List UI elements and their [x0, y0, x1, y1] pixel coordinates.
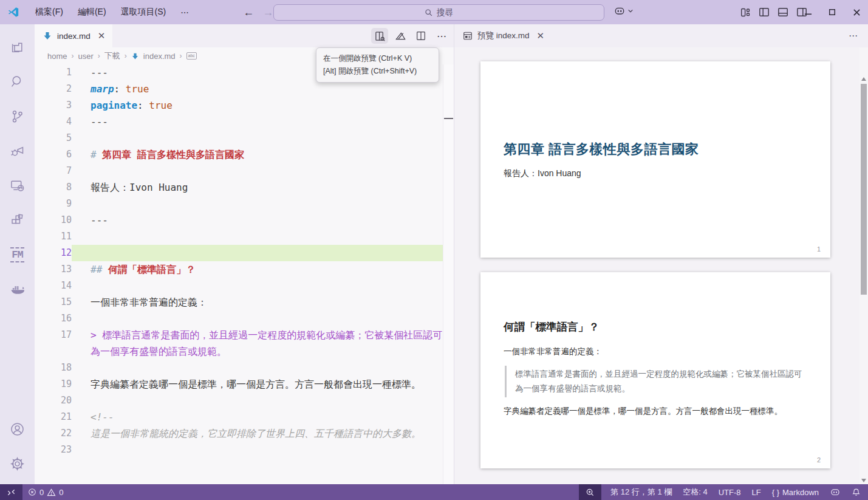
eol-indicator[interactable]: LF: [747, 484, 767, 500]
editor-scrollbar[interactable]: [443, 64, 454, 484]
code-line-14[interactable]: 14: [35, 278, 443, 294]
marp-button[interactable]: [392, 28, 409, 44]
breadcrumb-file[interactable]: index.md: [143, 52, 176, 61]
code-line-19[interactable]: 19字典編纂者定義哪一個是標準，哪一個是方言。方言一般都會出現一種標準。: [35, 376, 443, 392]
preview-tab-label[interactable]: 預覽 index.md: [477, 30, 530, 41]
menu-more[interactable]: ⋯: [173, 4, 197, 20]
code-line-3[interactable]: 3paginate: true: [35, 97, 443, 114]
code-line-8[interactable]: 8報告人：Ivon Huang: [35, 179, 443, 196]
line-content[interactable]: paginate: true: [72, 97, 443, 114]
explorer-icon[interactable]: [4, 33, 31, 61]
line-content[interactable]: [72, 196, 443, 212]
copilot-status[interactable]: [824, 484, 846, 500]
breadcrumb-downloads[interactable]: 下載: [104, 50, 120, 61]
menu-edit[interactable]: 編輯(E): [70, 4, 114, 21]
source-control-icon[interactable]: [4, 102, 31, 130]
navigate-forward-icon[interactable]: →: [262, 6, 273, 19]
line-content[interactable]: ---: [72, 212, 443, 228]
problems-indicator[interactable]: 0 0: [22, 484, 69, 500]
code-line-15[interactable]: 15一個非常非常普遍的定義：: [35, 294, 443, 310]
line-content[interactable]: [72, 310, 443, 327]
tab-index-md[interactable]: index.md ✕: [35, 24, 112, 47]
code-line-20[interactable]: 20: [35, 392, 443, 409]
code-line-16[interactable]: 16: [35, 310, 443, 327]
code-line-12[interactable]: 12: [35, 245, 443, 261]
line-content[interactable]: ---: [72, 114, 443, 130]
code-line-18[interactable]: 18: [35, 360, 443, 376]
copilot-menu[interactable]: [613, 5, 634, 17]
remote-indicator[interactable]: [0, 484, 22, 500]
code-line-6[interactable]: 6# 第四章 語言多樣性與多語言國家: [35, 146, 443, 163]
preview-tab-close-icon[interactable]: ✕: [537, 30, 545, 41]
preview-scrollbar[interactable]: [859, 47, 868, 484]
line-content[interactable]: [72, 130, 443, 146]
maximize-button[interactable]: [825, 5, 839, 19]
indentation-indicator[interactable]: 空格: 4: [677, 484, 713, 500]
line-number: 14: [35, 278, 72, 294]
code-line-5[interactable]: 5: [35, 130, 443, 146]
line-content[interactable]: [72, 442, 443, 458]
line-content[interactable]: 報告人：Ivon Huang: [72, 179, 443, 196]
line-content[interactable]: > 標準語言通常是書面的，並且經過一定程度的規範化或編纂；它被某個社區認可為一個…: [72, 327, 443, 360]
menu-file[interactable]: 檔案(F): [28, 4, 70, 21]
split-editor-button[interactable]: [412, 28, 429, 44]
code-line-13[interactable]: 13## 何謂「標準語言」？: [35, 261, 443, 278]
code-line-11[interactable]: 11: [35, 228, 443, 245]
code-line-4[interactable]: 4---: [35, 114, 443, 130]
encoding-indicator[interactable]: UTF-8: [713, 484, 747, 500]
code-line-2[interactable]: 2marp: true: [35, 81, 443, 97]
preview-scrollbar-thumb[interactable]: [861, 84, 867, 295]
line-content[interactable]: [72, 278, 443, 294]
line-content[interactable]: <!--: [72, 409, 443, 425]
docker-icon[interactable]: [4, 275, 31, 303]
toggle-sidebar-icon[interactable]: [759, 7, 770, 18]
remote-explorer-icon[interactable]: [4, 171, 31, 199]
minimize-button[interactable]: [801, 5, 815, 19]
line-content[interactable]: [72, 163, 443, 179]
code-line-21[interactable]: 21<!--: [35, 409, 443, 425]
code-line-10[interactable]: 10---: [35, 212, 443, 228]
scroll-down-arrow-icon[interactable]: [861, 479, 866, 482]
line-content[interactable]: ## 何謂「標準語言」？: [72, 261, 443, 278]
line-content[interactable]: [72, 228, 443, 245]
extensions-icon[interactable]: [4, 206, 31, 234]
code-line-23[interactable]: 23: [35, 442, 443, 458]
breadcrumb-user[interactable]: user: [78, 52, 94, 61]
marp-preview[interactable]: 第四章 語言多樣性與多語言國家 報告人：Ivon Huang 1 何謂「標準語言…: [454, 47, 859, 484]
search-view-icon[interactable]: [4, 67, 31, 95]
command-center-search[interactable]: 搜尋: [273, 4, 604, 21]
settings-gear-icon[interactable]: [4, 450, 31, 478]
line-content[interactable]: # 第四章 語言多樣性與多語言國家: [72, 146, 443, 163]
open-preview-side-button[interactable]: [371, 28, 388, 44]
breadcrumb-home[interactable]: home: [47, 52, 67, 61]
line-content[interactable]: marp: true: [72, 81, 443, 97]
line-content[interactable]: 字典編纂者定義哪一個是標準，哪一個是方言。方言一般都會出現一種標準。: [72, 376, 443, 392]
close-button[interactable]: [850, 5, 863, 19]
symbol-abc-icon[interactable]: abc: [186, 52, 197, 60]
zoom-indicator[interactable]: [579, 484, 601, 500]
navigate-back-icon[interactable]: ←: [243, 6, 254, 19]
code-line-9[interactable]: 9: [35, 196, 443, 212]
preview-more-actions-button[interactable]: ⋯: [849, 30, 858, 41]
line-content[interactable]: 一個非常非常普遍的定義：: [72, 294, 443, 310]
scroll-up-arrow-icon[interactable]: [861, 77, 866, 81]
tab-close-icon[interactable]: ✕: [98, 30, 106, 41]
code-line-17[interactable]: 17> 標準語言通常是書面的，並且經過一定程度的規範化或編纂；它被某個社區認可為…: [35, 327, 443, 360]
editor-lines[interactable]: 1---2marp: true3paginate: true4---56# 第四…: [35, 64, 443, 484]
front-matter-icon[interactable]: FM: [4, 241, 31, 269]
editor-more-actions-button[interactable]: ⋯: [433, 28, 450, 44]
line-content[interactable]: 這是一個非常籠統的定義，它立即排除了世界上四、五千種語言中的大多數。: [72, 425, 443, 442]
menu-selection[interactable]: 選取項目(S): [114, 4, 174, 21]
line-content[interactable]: [72, 392, 443, 409]
run-debug-icon[interactable]: [4, 137, 31, 165]
toggle-panel-icon[interactable]: [777, 7, 788, 18]
notifications-bell[interactable]: [846, 484, 868, 500]
accounts-icon[interactable]: [4, 415, 31, 443]
line-content[interactable]: [72, 360, 443, 376]
line-content[interactable]: [72, 245, 443, 261]
code-line-7[interactable]: 7: [35, 163, 443, 179]
customize-layout-icon[interactable]: [740, 7, 751, 18]
cursor-position[interactable]: 第 12 行，第 1 欄: [605, 484, 677, 500]
language-indicator[interactable]: { } Markdown: [767, 484, 824, 500]
code-line-22[interactable]: 22這是一個非常籠統的定義，它立即排除了世界上四、五千種語言中的大多數。: [35, 425, 443, 442]
